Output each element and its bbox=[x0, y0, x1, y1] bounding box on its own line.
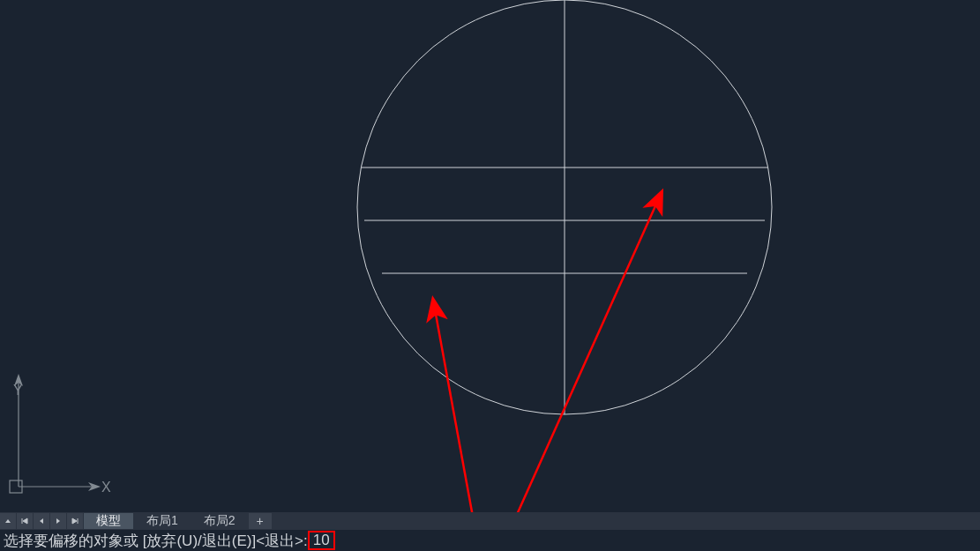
tab-nav-next[interactable] bbox=[50, 513, 66, 529]
ucs-y-label: Y bbox=[13, 383, 23, 398]
tab-nav-up[interactable] bbox=[0, 513, 16, 529]
command-prompt: 选择要偏移的对象或 [放弃(U)/退出(E)]<退出>: bbox=[4, 531, 308, 551]
drawing-canvas[interactable]: Y X bbox=[0, 0, 980, 511]
command-input-value[interactable]: 10 bbox=[313, 532, 330, 549]
tab-layout1[interactable]: 布局1 bbox=[134, 513, 191, 529]
ucs-x-label: X bbox=[101, 480, 111, 495]
ucs-icon bbox=[7, 361, 113, 503]
tab-nav-first[interactable] bbox=[17, 513, 33, 529]
tab-add[interactable]: + bbox=[249, 513, 272, 529]
tab-model[interactable]: 模型 bbox=[84, 513, 133, 529]
tab-layout2[interactable]: 布局2 bbox=[191, 513, 248, 529]
command-input-highlight: 10 bbox=[308, 531, 335, 550]
tab-nav-prev[interactable] bbox=[34, 513, 49, 529]
tab-nav-last[interactable] bbox=[67, 513, 83, 529]
layout-tab-bar: 模型 布局1 布局2 + bbox=[0, 512, 980, 530]
drawing-content bbox=[0, 0, 980, 511]
command-line[interactable]: 选择要偏移的对象或 [放弃(U)/退出(E)]<退出>: 10 bbox=[0, 530, 980, 551]
